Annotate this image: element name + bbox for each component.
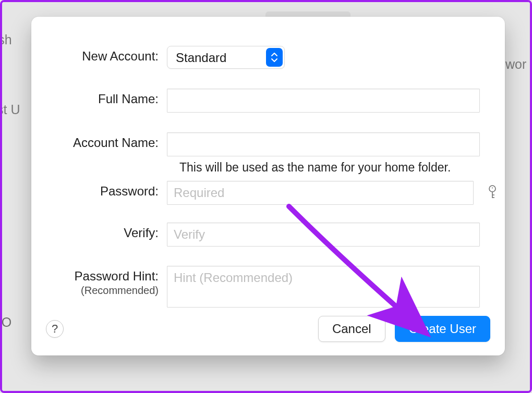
help-button[interactable]: ? — [46, 320, 64, 338]
cancel-button[interactable]: Cancel — [318, 316, 385, 342]
account-name-label: Account Name: — [31, 132, 167, 150]
key-icon[interactable] — [485, 182, 500, 203]
full-name-input[interactable] — [167, 89, 480, 113]
password-label: Password: — [31, 181, 167, 199]
password-hint-label: Password Hint: (Recommended) — [31, 266, 167, 297]
create-user-sheet: New Account: Standard Full Name: Account… — [31, 17, 505, 355]
bg-login-options: n O — [0, 315, 11, 330]
svg-point-1 — [492, 188, 493, 189]
popup-arrows-icon — [266, 48, 283, 67]
verify-input[interactable] — [167, 223, 480, 247]
new-account-label: New Account: — [31, 46, 167, 64]
password-input[interactable] — [167, 181, 474, 205]
account-name-input[interactable] — [167, 132, 480, 156]
svg-point-0 — [489, 186, 495, 192]
bg-left-user: rush n — [0, 32, 12, 63]
verify-label: Verify: — [31, 223, 167, 240]
create-user-button[interactable]: Create User — [395, 316, 490, 342]
password-hint-input[interactable] — [167, 266, 480, 308]
account-name-hint: This will be used as the name for your h… — [167, 161, 480, 175]
bg-left-guest-user: st U — [0, 102, 20, 117]
full-name-label: Full Name: — [31, 89, 167, 106]
